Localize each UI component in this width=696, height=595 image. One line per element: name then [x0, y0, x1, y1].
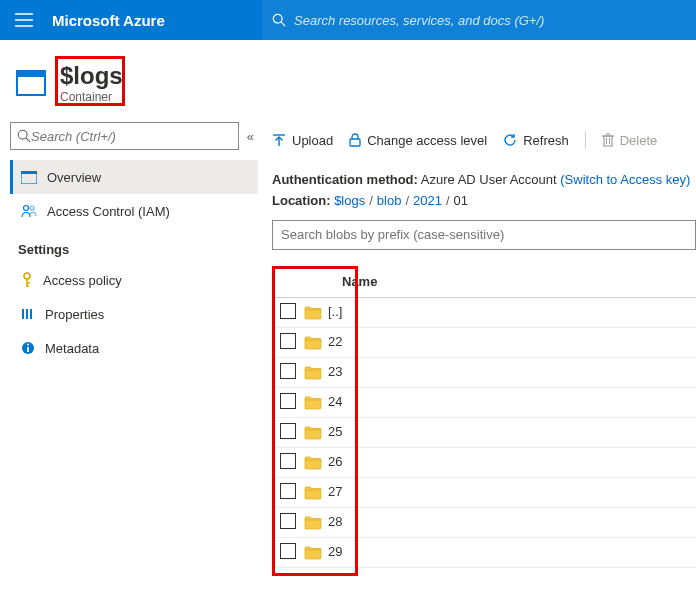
folder-icon [304, 426, 322, 440]
blob-name: 27 [328, 484, 342, 499]
blob-name: 23 [328, 364, 342, 379]
folder-icon [304, 486, 322, 500]
breadcrumb-segment[interactable]: 2021 [413, 193, 442, 208]
sidebar-item-metadata[interactable]: Metadata [10, 331, 258, 365]
table-row[interactable]: 25 [272, 417, 696, 447]
global-search[interactable] [262, 0, 696, 40]
svg-point-17 [27, 344, 29, 346]
lock-icon [349, 133, 361, 147]
sidebar-item-overview[interactable]: Overview [10, 160, 258, 194]
table-row[interactable]: 23 [272, 357, 696, 387]
table-row[interactable]: 22 [272, 327, 696, 357]
azure-topbar: Microsoft Azure [0, 0, 696, 40]
sidebar: « Overview Access Control (IAM) Sett [0, 122, 258, 568]
people-icon [21, 204, 37, 218]
blob-name: 24 [328, 394, 342, 409]
table-row[interactable]: 27 [272, 477, 696, 507]
svg-line-3 [26, 138, 30, 142]
sidebar-item-label: Metadata [45, 341, 99, 356]
brand-label: Microsoft Azure [48, 12, 262, 29]
row-checkbox[interactable] [280, 303, 296, 319]
breadcrumb-segment[interactable]: blob [377, 193, 402, 208]
folder-icon [304, 456, 322, 470]
svg-point-7 [30, 206, 34, 210]
blob-search[interactable] [272, 220, 696, 250]
resource-header: $logs Container [0, 40, 696, 104]
sidebar-item-access-policy[interactable]: Access policy [10, 263, 258, 297]
properties-icon [21, 307, 35, 321]
row-checkbox[interactable] [280, 483, 296, 499]
sidebar-item-iam[interactable]: Access Control (IAM) [10, 194, 258, 228]
sidebar-item-label: Access policy [43, 273, 122, 288]
upload-icon [272, 133, 286, 147]
folder-icon [304, 516, 322, 530]
delete-button[interactable]: Delete [602, 133, 658, 148]
svg-rect-21 [604, 136, 612, 146]
row-checkbox[interactable] [280, 453, 296, 469]
sidebar-item-label: Properties [45, 307, 104, 322]
blob-search-input[interactable] [273, 221, 695, 249]
row-checkbox[interactable] [280, 423, 296, 439]
switch-access-key-link[interactable]: (Switch to Access key) [560, 172, 690, 187]
row-checkbox[interactable] [280, 333, 296, 349]
folder-icon [304, 336, 322, 350]
row-checkbox[interactable] [280, 393, 296, 409]
svg-point-8 [24, 273, 30, 279]
sidebar-item-label: Overview [47, 170, 101, 185]
row-checkbox[interactable] [280, 513, 296, 529]
overview-icon [21, 171, 37, 184]
svg-point-6 [24, 206, 29, 211]
sidebar-search[interactable] [10, 122, 239, 150]
sidebar-group-settings: Settings [10, 228, 258, 263]
row-checkbox[interactable] [280, 363, 296, 379]
blob-name: 25 [328, 424, 342, 439]
main-content: Upload Change access level Refresh [258, 122, 696, 568]
global-search-input[interactable] [286, 13, 686, 28]
hamburger-icon [15, 13, 33, 27]
trash-icon [602, 133, 614, 147]
resource-title: $logs [60, 62, 123, 90]
blob-name: 28 [328, 514, 342, 529]
search-icon [17, 129, 31, 143]
refresh-button[interactable]: Refresh [503, 133, 569, 148]
sidebar-search-input[interactable] [31, 129, 232, 144]
location-label: Location: [272, 193, 331, 208]
blob-name: 26 [328, 454, 342, 469]
breadcrumb-segment[interactable]: $logs [334, 193, 365, 208]
column-header-name[interactable]: Name [300, 268, 696, 298]
sidebar-item-label: Access Control (IAM) [47, 204, 170, 219]
menu-toggle-button[interactable] [0, 0, 48, 40]
key-icon [21, 272, 33, 288]
svg-point-2 [18, 130, 27, 139]
table-row[interactable]: 29 [272, 537, 696, 567]
upload-button[interactable]: Upload [272, 133, 333, 148]
svg-rect-20 [350, 139, 360, 146]
svg-point-0 [273, 14, 282, 23]
breadcrumb-segment-current: 01 [454, 193, 468, 208]
folder-icon [304, 366, 322, 380]
folder-icon [304, 396, 322, 410]
svg-rect-5 [21, 171, 37, 174]
table-row[interactable]: 24 [272, 387, 696, 417]
blob-name: [..] [328, 304, 342, 319]
collapse-sidebar-button[interactable]: « [247, 129, 258, 144]
auth-method-label: Authentication method: [272, 172, 418, 187]
table-row[interactable]: [..] [272, 297, 696, 327]
resource-type: Container [60, 90, 123, 104]
blob-name: 29 [328, 544, 342, 559]
svg-line-1 [281, 22, 285, 26]
table-row[interactable]: 26 [272, 447, 696, 477]
info-icon [21, 341, 35, 355]
container-icon [16, 70, 46, 96]
change-access-button[interactable]: Change access level [349, 133, 487, 148]
search-icon [272, 13, 286, 27]
folder-icon [304, 546, 322, 560]
row-checkbox[interactable] [280, 543, 296, 559]
refresh-icon [503, 133, 517, 147]
blob-name: 22 [328, 334, 342, 349]
command-bar: Upload Change access level Refresh [272, 122, 696, 158]
sidebar-item-properties[interactable]: Properties [10, 297, 258, 331]
divider [585, 131, 586, 149]
folder-icon [304, 306, 322, 320]
table-row[interactable]: 28 [272, 507, 696, 537]
